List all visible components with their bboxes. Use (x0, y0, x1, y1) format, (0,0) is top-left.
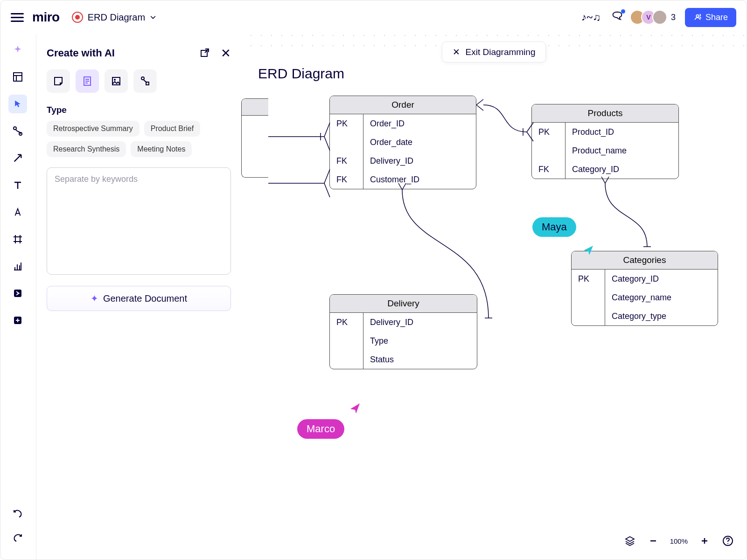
key-cell (330, 133, 363, 152)
arrow-tool-icon[interactable] (8, 149, 27, 167)
key-cell: PK (330, 313, 363, 332)
entity-products[interactable]: Products PK FK Product_ID Product_name C… (531, 104, 679, 179)
zoom-percentage[interactable]: 100% (670, 537, 688, 545)
key-cell: FK (532, 160, 565, 179)
sparkle-icon: ✦ (91, 293, 98, 304)
frame-tool-icon[interactable] (8, 230, 27, 249)
layers-icon[interactable] (623, 534, 636, 547)
ai-panel: Create with AI ✕ Type Retrospective Summ… (36, 34, 241, 560)
attr-cell: Product_name (565, 141, 633, 160)
key-cell: PK (330, 114, 363, 133)
key-cell: PK (572, 270, 605, 288)
key-cell (330, 332, 363, 350)
chevron-down-icon (150, 14, 156, 21)
key-cell (572, 307, 605, 325)
redo-icon[interactable] (8, 528, 27, 546)
attr-cell: Delivery_ID (363, 313, 420, 332)
entity-title: Delivery (330, 295, 477, 313)
cursor-arrow-marco (348, 401, 362, 415)
share-button[interactable]: Share (685, 8, 736, 27)
header-left: miro ERD Diagram (11, 10, 156, 25)
cursor-tag-maya: Maya (532, 217, 576, 237)
chat-icon[interactable] (610, 10, 624, 24)
notification-dot (621, 9, 625, 14)
entity-partial[interactable] (241, 98, 268, 178)
key-cell (572, 288, 605, 307)
target-icon (72, 12, 83, 23)
collaborator-count: 3 (671, 13, 676, 22)
entity-order[interactable]: Order PK FK FK Order_ID Order_date Deliv… (329, 96, 476, 189)
chip-product-brief[interactable]: Product Brief (144, 121, 200, 137)
generate-button[interactable]: ✦ Generate Document (47, 286, 231, 311)
attr-cell: Category_name (605, 288, 678, 307)
board-name-dropdown[interactable]: ERD Diagram (72, 12, 156, 23)
brand-tool-icon[interactable] (8, 284, 27, 303)
header-right: ♪~♫ V 3 Share (581, 8, 736, 27)
menu-icon[interactable] (11, 11, 24, 24)
attr-cell: Category_type (605, 307, 678, 325)
top-header: miro ERD Diagram ♪~♫ V 3 Share (0, 0, 747, 34)
help-icon[interactable] (721, 534, 734, 547)
add-tool-icon[interactable] (8, 311, 27, 330)
zoom-out-icon[interactable] (647, 534, 660, 547)
zoom-controls: 100% (623, 534, 734, 547)
exit-diagramming-button[interactable]: ✕ Exit Diagramming (442, 41, 546, 62)
chart-tool-icon[interactable] (8, 257, 27, 276)
ai-prompt-input[interactable] (47, 167, 231, 275)
entity-categories[interactable]: Categories PK Category_ID Category_name … (571, 251, 718, 326)
font-tool-icon[interactable] (8, 203, 27, 221)
image-tab-icon[interactable] (105, 69, 128, 93)
attr-cell: Category_ID (605, 270, 678, 288)
collaborator-avatars[interactable]: V 3 (634, 10, 676, 25)
attr-cell: Product_ID (565, 123, 633, 141)
type-heading: Type (47, 105, 231, 115)
attr-cell: Customer_ID (363, 170, 426, 189)
chip-research-synthesis[interactable]: Research Synthesis (47, 141, 126, 157)
close-icon: ✕ (453, 47, 460, 57)
cursor-tag-marco: Marco (297, 419, 344, 439)
undo-icon[interactable] (8, 504, 27, 522)
entity-delivery[interactable]: Delivery PK Delivery_ID Type Status (329, 294, 477, 369)
svg-rect-0 (14, 73, 22, 81)
key-cell: PK (532, 123, 565, 141)
attr-cell: Status (363, 350, 420, 369)
type-chips: Retrospective Summary Product Brief Rese… (47, 121, 231, 157)
key-cell (532, 141, 565, 160)
left-toolbar (0, 34, 35, 560)
document-tab-icon[interactable] (76, 69, 99, 93)
ai-panel-title: Create with AI (47, 47, 115, 59)
entity-title: Order (330, 96, 476, 114)
connector-tool-icon[interactable] (8, 122, 27, 140)
zoom-in-icon[interactable] (698, 534, 711, 547)
svg-point-8 (114, 79, 116, 81)
reactions-icon[interactable]: ♪~♫ (581, 12, 600, 23)
chip-meeting-notes[interactable]: Meeting Notes (131, 141, 192, 157)
avatar (652, 10, 667, 25)
miro-logo[interactable]: miro (32, 10, 60, 25)
key-cell (330, 350, 363, 369)
ai-format-tabs (47, 69, 231, 93)
ai-sparkle-icon[interactable] (8, 41, 27, 59)
template-icon[interactable] (8, 68, 27, 86)
entity-title: Products (532, 104, 678, 123)
attr-cell: Category_ID (565, 160, 633, 179)
people-icon (693, 13, 702, 21)
attr-cell: Order_date (363, 133, 426, 152)
key-cell: FK (330, 152, 363, 170)
text-tool-icon[interactable] (8, 176, 27, 194)
chip-retrospective[interactable]: Retrospective Summary (47, 121, 140, 137)
attr-cell: Type (363, 332, 420, 350)
sticky-tab-icon[interactable] (47, 69, 70, 93)
svg-point-12 (727, 543, 728, 544)
canvas-title: ERD Diagram (258, 66, 344, 82)
svg-rect-7 (112, 77, 120, 85)
connector-products-categories (600, 183, 661, 253)
cursor-arrow-maya (582, 244, 595, 257)
close-icon[interactable]: ✕ (221, 47, 231, 59)
select-tool-icon[interactable] (8, 95, 27, 113)
diagram-tab-icon[interactable] (133, 69, 157, 93)
popout-icon[interactable] (199, 47, 210, 58)
diagram-canvas[interactable]: ✕ Exit Diagramming ERD Diagram Order PK … (241, 34, 747, 560)
connector-order-products (476, 99, 533, 146)
board-name: ERD Diagram (88, 12, 145, 23)
